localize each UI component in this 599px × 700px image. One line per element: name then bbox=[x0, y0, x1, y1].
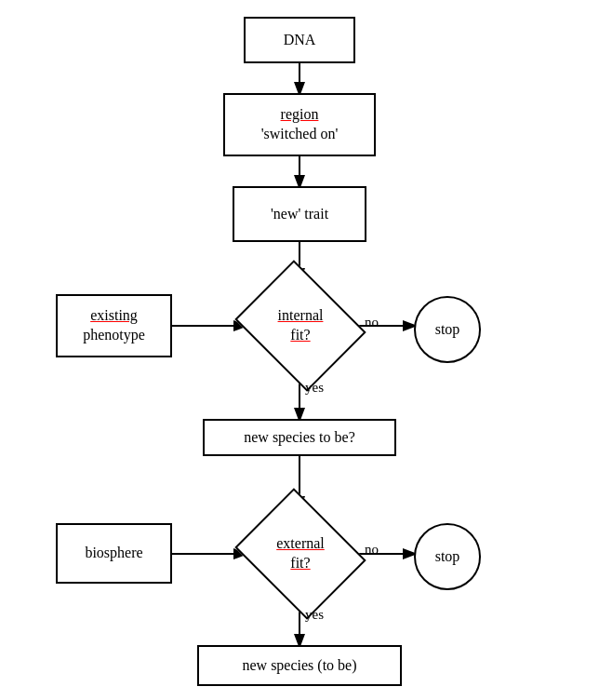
new-trait-label: 'new' trait bbox=[271, 205, 328, 224]
new-species-final-box: new species (to be) bbox=[197, 645, 402, 686]
dna-box: DNA bbox=[244, 17, 355, 63]
dna-label: DNA bbox=[284, 31, 316, 50]
internal-fit-line2: fit? bbox=[278, 326, 324, 345]
internal-no-label: no bbox=[365, 315, 379, 330]
region-box: region 'switched on' bbox=[223, 93, 376, 156]
external-fit-diamond: external fit? bbox=[245, 507, 356, 600]
new-species-final-label: new species (to be) bbox=[242, 656, 356, 676]
external-fit-line2: fit? bbox=[276, 554, 325, 573]
internal-fit-line1: internal bbox=[278, 306, 324, 326]
existing-phenotype-box: existing phenotype bbox=[56, 294, 172, 357]
stop2-label: stop bbox=[435, 548, 460, 565]
stop1-label: stop bbox=[435, 321, 460, 338]
flowchart-diagram: DNA region 'switched on' 'new' trait exi… bbox=[0, 0, 599, 700]
new-trait-box: 'new' trait bbox=[233, 186, 366, 242]
internal-yes-label: yes bbox=[305, 380, 324, 396]
stop1-circle: stop bbox=[414, 296, 481, 363]
internal-fit-diamond: internal fit? bbox=[245, 279, 356, 372]
new-species-q-box: new species to be? bbox=[203, 419, 396, 456]
biosphere-label: biosphere bbox=[85, 544, 142, 563]
region-line2: 'switched on' bbox=[261, 125, 339, 144]
new-species-q-label: new species to be? bbox=[244, 428, 355, 448]
biosphere-box: biosphere bbox=[56, 523, 172, 584]
external-fit-line1: external bbox=[276, 534, 325, 554]
existing-line1: existing bbox=[83, 306, 145, 326]
stop2-circle: stop bbox=[414, 523, 481, 590]
region-line1: region bbox=[261, 105, 339, 125]
existing-line2: phenotype bbox=[83, 326, 145, 345]
external-yes-label: yes bbox=[305, 607, 324, 623]
external-no-label: no bbox=[365, 542, 379, 558]
